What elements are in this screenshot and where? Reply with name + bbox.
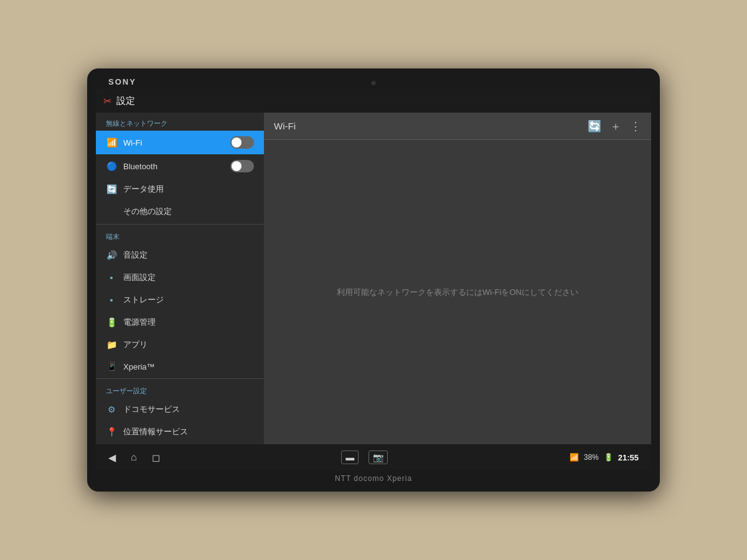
sound-label: 音設定 (123, 250, 254, 261)
apps-icon: 📁 (106, 340, 117, 350)
location-icon: 📍 (106, 427, 117, 437)
wifi-toggle-knob (232, 138, 242, 147)
battery-label: 電源管理 (123, 317, 254, 328)
wifi-icon: 📶 (106, 138, 117, 147)
right-panel-header: Wi-Fi 🔄 ＋ ⋮ (264, 113, 651, 140)
right-panel-body: 利用可能なネットワークを表示するにはWi-FiをONにしてください (264, 140, 651, 444)
sidebar: 無線とネットワーク 📶 Wi-Fi 🔵 Bluetooth (96, 113, 264, 444)
divider-2 (96, 378, 264, 379)
refresh-button[interactable]: 🔄 (588, 119, 601, 133)
center-buttons: ▬ 📷 (341, 450, 388, 464)
main-content: 無線とネットワーク 📶 Wi-Fi 🔵 Bluetooth (96, 113, 651, 444)
display-label: 画面設定 (123, 272, 254, 283)
other-label: その他の設定 (123, 206, 254, 217)
settings-icon: ✂ (103, 95, 111, 107)
screenshot-button[interactable]: ▬ (341, 450, 359, 464)
docomo-label: ドコモサービス (123, 404, 254, 415)
sound-icon: 🔊 (106, 250, 117, 260)
battery-icon: 🔋 (106, 317, 117, 327)
wifi-toggle[interactable] (230, 136, 254, 149)
sidebar-item-sound[interactable]: 🔊 音設定 (96, 244, 264, 266)
sidebar-item-storage[interactable]: ▪ ストレージ (96, 289, 264, 311)
xperia-icon: 📱 (106, 362, 117, 371)
sidebar-item-location[interactable]: 📍 位置情報サービス (96, 421, 264, 443)
tablet-bottom-label: NTT docomo Xperia (335, 474, 412, 483)
signal-icon: 📶 (570, 453, 579, 462)
section-header-device: 端末 (96, 226, 264, 244)
sidebar-item-bluetooth[interactable]: 🔵 Bluetooth (96, 154, 264, 178)
xperia-label: Xperia™ (123, 362, 254, 371)
data-icon: 🔄 (106, 184, 117, 194)
home-button[interactable]: ⌂ (131, 452, 137, 463)
more-button[interactable]: ⋮ (630, 119, 641, 133)
storage-icon: ▪ (106, 295, 117, 305)
camera-button[interactable]: 📷 (369, 450, 388, 464)
display-icon: ▪ (106, 273, 117, 282)
back-button[interactable]: ◀ (108, 452, 116, 464)
clock: 21:55 (618, 453, 639, 462)
tablet-brand: SONY (96, 77, 136, 86)
section-header-network: 無線とネットワーク (96, 113, 264, 131)
camera (372, 81, 376, 85)
sidebar-item-battery[interactable]: 🔋 電源管理 (96, 311, 264, 334)
sidebar-item-other[interactable]: その他の設定 (96, 200, 264, 223)
tablet-device: SONY ✂ 設定 無線とネットワーク 📶 Wi-Fi (87, 68, 660, 492)
battery-percentage: 38% (584, 453, 599, 462)
bluetooth-toggle[interactable] (230, 160, 254, 172)
sidebar-item-wifi[interactable]: 📶 Wi-Fi (96, 131, 264, 154)
bluetooth-icon: 🔵 (106, 161, 117, 171)
apps-label: アプリ (123, 339, 254, 350)
right-panel-title: Wi-Fi (274, 121, 296, 131)
data-label: データ使用 (123, 184, 254, 195)
status-bar: 📶 38% 🔋 21:55 (570, 453, 639, 462)
recent-button[interactable]: ◻ (152, 452, 160, 464)
battery-status-icon: 🔋 (604, 453, 613, 462)
storage-label: ストレージ (123, 294, 254, 306)
titlebar: ✂ 設定 (96, 89, 651, 113)
sidebar-item-apps[interactable]: 📁 アプリ (96, 334, 264, 356)
docomo-icon: ⚙ (106, 404, 117, 414)
bottom-bar: ◀ ⌂ ◻ ▬ 📷 📶 38% 🔋 21:55 (96, 444, 651, 470)
bluetooth-toggle-knob (232, 161, 242, 171)
sidebar-item-docomo[interactable]: ⚙ ドコモサービス (96, 398, 264, 421)
section-header-user: ユーザー設定 (96, 380, 264, 398)
wifi-label: Wi-Fi (123, 138, 224, 147)
bluetooth-label: Bluetooth (123, 162, 224, 171)
header-actions: 🔄 ＋ ⋮ (588, 119, 641, 134)
right-panel: Wi-Fi 🔄 ＋ ⋮ 利用可能なネットワークを表示するにはWi-FiをONにし… (264, 113, 651, 444)
add-button[interactable]: ＋ (610, 119, 621, 134)
wifi-off-message: 利用可能なネットワークを表示するにはWi-FiをONにしてください (337, 287, 578, 298)
sidebar-item-data[interactable]: 🔄 データ使用 (96, 178, 264, 200)
sidebar-item-xperia[interactable]: 📱 Xperia™ (96, 356, 264, 377)
divider-1 (96, 224, 264, 225)
sidebar-item-display[interactable]: ▪ 画面設定 (96, 266, 264, 289)
nav-buttons: ◀ ⌂ ◻ (108, 452, 160, 464)
location-label: 位置情報サービス (123, 426, 254, 437)
titlebar-title: 設定 (116, 95, 135, 107)
screen: ✂ 設定 無線とネットワーク 📶 Wi-Fi 🔵 (96, 89, 651, 470)
